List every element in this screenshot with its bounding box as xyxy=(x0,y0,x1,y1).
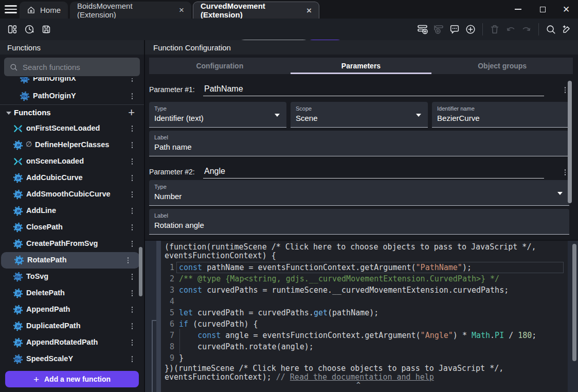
sidebar-item-onSceneLoaded[interactable]: onSceneLoaded xyxy=(0,153,144,170)
parameter-1-name-input[interactable] xyxy=(203,82,544,96)
event-drag-handle[interactable] xyxy=(156,241,161,392)
item-menu-button[interactable] xyxy=(130,92,135,100)
expand-editor-icon[interactable]: ^ xyxy=(356,381,360,388)
sidebar-item-AddSmoothCubicCurve[interactable]: »AddSmoothCubicCurve xyxy=(0,186,144,203)
item-menu-button[interactable] xyxy=(130,306,135,314)
add-subevent-icon[interactable] xyxy=(431,22,446,37)
sidebar-item-DuplicatedPath[interactable]: »DuplicatedPath xyxy=(0,318,144,334)
item-menu-button[interactable] xyxy=(130,355,135,363)
code-line-4[interactable]: 4 xyxy=(161,296,568,307)
tab-object-groups[interactable]: Object groups xyxy=(431,58,573,74)
functions-group-header[interactable]: Functions + xyxy=(0,105,144,121)
parameter-2-name-input[interactable] xyxy=(203,165,544,179)
parameter-1-scope-field[interactable]: Scope Scene xyxy=(291,102,428,128)
parameter-1-menu-button[interactable] xyxy=(563,86,568,94)
window-minimize-button[interactable] xyxy=(510,3,526,15)
search-box[interactable] xyxy=(4,58,140,76)
parameter-2-label-field[interactable]: Label Rotation angle xyxy=(149,209,569,235)
line-content: const curvedPaths = runtimeScene.__curve… xyxy=(179,284,509,296)
parameter-1-type-field[interactable]: Type Identifier (text) xyxy=(149,102,286,128)
tab-boidsmovement[interactable]: BoidsMovement (Extension) × xyxy=(70,2,191,19)
add-function-icon[interactable]: + xyxy=(128,106,135,119)
events-scrollbar[interactable] xyxy=(572,244,576,361)
item-label: DuplicatedPath xyxy=(26,322,81,330)
dropdown-caret-icon xyxy=(275,114,280,117)
sidebar-item-DeletePath[interactable]: »DeletePath xyxy=(0,285,144,301)
sidebar-item-AppendRotatedPath[interactable]: »AppendRotatedPath xyxy=(0,334,144,351)
parameter-1-label-field[interactable]: Label Path name xyxy=(149,131,569,156)
code-line-2[interactable]: 2/** @type {Map<string, gdjs.__curvedMov… xyxy=(161,273,568,284)
line-number: 6 xyxy=(161,318,174,330)
search-icon[interactable] xyxy=(544,22,558,37)
parameter-1-identifier-field[interactable]: Identifier name BezierCurve xyxy=(432,102,569,128)
project-manager-icon[interactable] xyxy=(5,22,20,37)
item-menu-button[interactable] xyxy=(130,240,135,248)
add-comment-icon[interactable] xyxy=(447,22,462,37)
configuration-scrollbar[interactable] xyxy=(568,81,572,203)
tab-configuration[interactable]: Configuration xyxy=(149,58,291,74)
code-header[interactable]: (function(runtimeScene /* Click here to … xyxy=(165,243,536,260)
code-line-3[interactable]: 3const curvedPaths = runtimeScene.__curv… xyxy=(161,284,568,296)
code-line-5[interactable]: 5let curvedPath = curvedPaths.get(pathNa… xyxy=(161,307,568,318)
javascript-code-editor[interactable]: (function(runtimeScene /* Click here to … xyxy=(161,241,568,392)
code-footer[interactable]: })(runtimeScene /* Click here to choose … xyxy=(165,364,503,381)
item-menu-button[interactable] xyxy=(130,190,135,199)
add-new-function-button[interactable]: + Add a new function xyxy=(5,371,139,387)
sidebar-item-ToSvg[interactable]: f(x)ToSvg xyxy=(0,269,144,285)
add-circle-icon[interactable] xyxy=(463,22,478,37)
close-tab-icon[interactable]: × xyxy=(306,6,312,15)
window-maximize-button[interactable] xyxy=(535,3,550,15)
item-menu-button[interactable] xyxy=(130,77,135,83)
item-menu-button[interactable] xyxy=(130,124,135,133)
code-line-8[interactable]: 8 curvedPath.rotate(angle); xyxy=(161,341,568,352)
item-menu-button[interactable] xyxy=(130,322,135,330)
code-line-7[interactable]: 7 const angle = eventsFunctionContext.ge… xyxy=(161,330,568,341)
parameter-2-menu-button[interactable] xyxy=(563,168,568,176)
code-line-9[interactable]: 9} xyxy=(161,352,568,364)
documentation-link[interactable]: Read the documentation and help xyxy=(290,372,434,382)
sidebar-scrollbar[interactable] xyxy=(139,247,142,296)
sidebar-item-PathOriginY[interactable]: f(x)PathOriginY xyxy=(0,88,144,104)
sidebar-item-AddLine[interactable]: »AddLine xyxy=(0,203,144,219)
item-menu-button[interactable] xyxy=(130,273,135,281)
sidebar-item-SpeedScaleY[interactable]: f(x)SpeedScaleY xyxy=(0,351,144,367)
redo-icon[interactable] xyxy=(519,22,534,37)
item-menu-button[interactable] xyxy=(130,289,135,297)
save-icon[interactable] xyxy=(39,22,53,37)
tab-curvedmovement[interactable]: CurvedMovement (Extension) × xyxy=(193,2,319,19)
sidebar-item-RotatePath[interactable]: »RotatePath xyxy=(1,252,140,269)
tab-parameters[interactable]: Parameters xyxy=(291,58,432,74)
refactor-icon[interactable] xyxy=(559,22,574,37)
code-line-1[interactable]: 1const pathName = eventsFunctionContext.… xyxy=(161,262,568,273)
menu-icon[interactable] xyxy=(4,4,17,14)
sidebar-item-ClosePath[interactable]: »ClosePath xyxy=(0,219,144,236)
sidebar-item-AddCubicCurve[interactable]: »AddCubicCurve xyxy=(0,170,144,186)
undo-icon[interactable] xyxy=(503,22,518,37)
close-tab-icon[interactable]: × xyxy=(179,6,184,14)
code-line-6[interactable]: 6if (curvedPath) { xyxy=(161,318,568,330)
sidebar-item-PathOriginX[interactable]: f(x)PathOriginX xyxy=(0,77,144,87)
collapse-caret-icon[interactable] xyxy=(6,112,11,115)
tab-home[interactable]: Home xyxy=(20,2,68,19)
parameter-2-type-field[interactable]: Type Number xyxy=(149,180,569,206)
item-menu-button[interactable] xyxy=(130,141,135,149)
sidebar-item-AppendPath[interactable]: »AppendPath xyxy=(0,301,144,318)
sidebar-item-onFirstSceneLoaded[interactable]: onFirstSceneLoaded xyxy=(0,120,144,137)
svg-text:»: » xyxy=(16,306,21,313)
item-menu-button[interactable] xyxy=(130,223,135,231)
sidebar-item-DefineHelperClasses[interactable]: »∅DefineHelperClasses xyxy=(0,137,144,153)
add-event-icon[interactable] xyxy=(416,22,430,37)
trash-icon[interactable] xyxy=(487,22,502,37)
field-value: Number xyxy=(154,192,564,201)
item-menu-button[interactable] xyxy=(130,207,135,215)
item-menu-button[interactable] xyxy=(125,256,131,264)
search-input[interactable] xyxy=(23,63,135,72)
item-menu-button[interactable] xyxy=(130,174,135,182)
history-icon[interactable] xyxy=(22,22,37,37)
line-number: 8 xyxy=(161,341,174,352)
code-area[interactable]: 1const pathName = eventsFunctionContext.… xyxy=(161,262,568,364)
item-menu-button[interactable] xyxy=(130,338,135,347)
sidebar-item-CreatePathFromSvg[interactable]: »CreatePathFromSvg xyxy=(0,236,144,252)
window-close-button[interactable]: ✕ xyxy=(558,3,574,15)
item-menu-button[interactable] xyxy=(130,157,135,166)
